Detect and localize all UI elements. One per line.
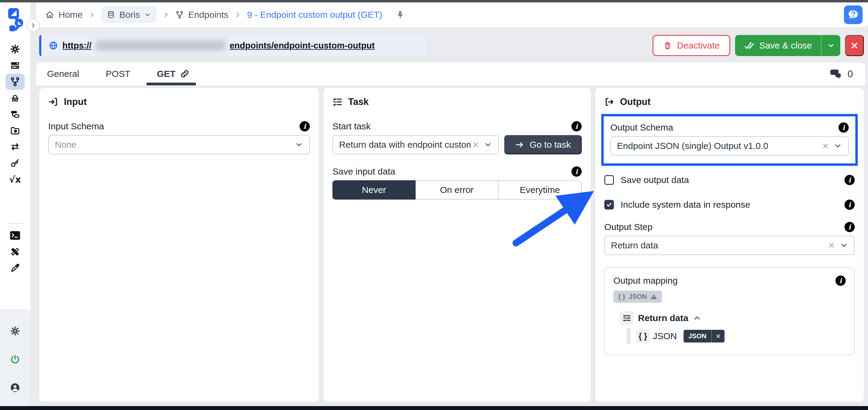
database-icon xyxy=(107,10,115,19)
output-panel: Output Output Schema i Endpoint JSON (si… xyxy=(595,88,864,402)
output-schema-label: Output Schema xyxy=(610,122,673,133)
info-icon[interactable]: i xyxy=(838,122,849,133)
task-panel-title: Task xyxy=(348,96,369,107)
branch-icon xyxy=(10,77,20,87)
sidebar-item-flows[interactable] xyxy=(5,106,25,122)
mapping-field-row: { } JSON JSON xyxy=(627,328,846,344)
mapping-field-label: JSON xyxy=(653,331,677,341)
info-icon[interactable]: i xyxy=(844,222,855,232)
comments-button[interactable]: 0 xyxy=(829,68,853,80)
sidebar-item-profile[interactable] xyxy=(5,380,25,396)
chevron-down-icon xyxy=(840,241,848,250)
save-output-label: Save output data xyxy=(621,175,689,185)
save-close-dropdown-toggle[interactable] xyxy=(821,35,840,56)
save-close-main[interactable]: Save & close xyxy=(735,35,821,56)
go-to-task-button[interactable]: Go to task xyxy=(504,135,582,154)
tab-post-label: POST xyxy=(106,69,130,79)
gear-icon xyxy=(10,326,20,336)
braces-icon: { } xyxy=(639,332,647,341)
key-icon xyxy=(10,158,20,168)
info-icon[interactable]: i xyxy=(571,167,582,177)
task-panel: Task Start task i Return data with endpo… xyxy=(323,88,591,402)
output-schema-value: Endpoint JSON (single) Output v1.0.0 xyxy=(617,141,817,151)
chip-remove-button[interactable] xyxy=(711,330,724,343)
output-schema-select[interactable]: Endpoint JSON (single) Output v1.0.0 xyxy=(610,136,849,155)
sidebar-item-endpoints[interactable] xyxy=(5,74,25,90)
sidebar-item-services[interactable] xyxy=(5,57,25,74)
breadcrumb-home[interactable]: Home xyxy=(45,10,83,20)
mapping-node-row[interactable]: Return data xyxy=(620,311,846,325)
info-icon[interactable]: i xyxy=(844,175,855,185)
mapping-chip-label: JSON xyxy=(684,330,711,343)
sidebar-item-editor[interactable] xyxy=(5,260,25,276)
pin-icon xyxy=(396,10,404,19)
info-icon[interactable]: i xyxy=(571,121,582,131)
sidebar: √x xyxy=(0,2,30,406)
input-schema-select[interactable]: None xyxy=(48,135,310,154)
segment-never[interactable]: Never xyxy=(333,180,415,200)
sidebar-bottom-section xyxy=(0,309,30,406)
chevron-right-icon xyxy=(235,11,241,18)
url-path: endpoints/endpoint-custom-output xyxy=(230,41,375,51)
segment-on-error[interactable]: On error xyxy=(415,180,499,200)
task-list-icon xyxy=(623,314,631,322)
output-mapping-title: Output mapping xyxy=(613,275,678,286)
gear-icon xyxy=(10,44,20,54)
save-close-button: Save & close xyxy=(735,35,840,56)
mapping-type-badge[interactable]: { } JSON xyxy=(613,291,662,303)
tab-get[interactable]: GET xyxy=(155,62,192,85)
sidebar-item-admin-settings[interactable] xyxy=(5,323,25,339)
arrow-right-icon xyxy=(515,140,524,149)
save-output-checkbox[interactable] xyxy=(604,175,614,185)
sitemap-icon xyxy=(10,109,20,119)
clear-icon[interactable] xyxy=(828,241,835,249)
sidebar-item-logout[interactable] xyxy=(5,351,25,368)
sqrt-icon: √x xyxy=(9,174,21,185)
comments-count: 0 xyxy=(847,68,853,80)
breadcrumb-current-page[interactable]: 9 - Endpoint custom output (GET) xyxy=(247,10,382,20)
clear-icon[interactable] xyxy=(822,142,830,150)
tab-general-label: General xyxy=(47,69,79,79)
sidebar-item-projects[interactable] xyxy=(5,122,25,139)
chevron-down-icon xyxy=(144,11,151,19)
info-icon[interactable]: i xyxy=(300,121,310,131)
sidebar-item-formulas[interactable]: √x xyxy=(5,171,25,187)
sidebar-item-design-tools[interactable] xyxy=(5,243,25,260)
app-logo[interactable] xyxy=(6,8,24,32)
help-button[interactable]: ? xyxy=(844,5,863,24)
question-glyph: ? xyxy=(851,9,856,19)
breadcrumb-endpoints-label: Endpoints xyxy=(188,10,228,20)
segment-everytime[interactable]: Everytime xyxy=(498,180,582,200)
start-task-label: Start task xyxy=(333,121,371,131)
breadcrumb-project-selector[interactable]: Boris xyxy=(101,7,157,23)
chevron-down-icon xyxy=(295,141,303,149)
url-scheme: https:// xyxy=(62,41,92,51)
sidebar-item-agents[interactable] xyxy=(5,90,25,106)
start-task-select[interactable]: Return data with endpoint custom outp xyxy=(333,135,499,154)
tab-post[interactable]: POST xyxy=(104,62,132,85)
mapping-value-chip[interactable]: JSON xyxy=(684,330,724,343)
sidebar-item-keys[interactable] xyxy=(5,155,25,171)
check-icon xyxy=(606,201,613,208)
chevron-up-icon[interactable] xyxy=(692,314,702,323)
pin-button[interactable] xyxy=(396,10,404,19)
tab-general[interactable]: General xyxy=(45,62,81,85)
sidebar-item-console[interactable] xyxy=(5,227,25,243)
chevron-right-icon xyxy=(163,11,169,18)
close-button[interactable] xyxy=(845,35,864,56)
include-system-data-checkbox[interactable] xyxy=(604,200,614,209)
breadcrumb: Home Boris Endpoints 9 - Endpoint xyxy=(45,7,404,23)
sidebar-item-settings[interactable] xyxy=(5,41,25,57)
clear-icon[interactable] xyxy=(472,141,479,149)
output-step-select[interactable]: Return data xyxy=(604,236,855,255)
save-input-segmented: Never On error Everytime xyxy=(333,180,582,200)
segment-never-label: Never xyxy=(362,185,386,195)
user-icon xyxy=(10,382,21,393)
sidebar-expand-button[interactable] xyxy=(27,19,40,32)
info-icon[interactable]: i xyxy=(835,275,846,286)
endpoint-url-bar[interactable]: https:// endpoints/endpoint-custom-outpu… xyxy=(39,35,427,56)
info-icon[interactable]: i xyxy=(844,200,855,210)
breadcrumb-endpoints[interactable]: Endpoints xyxy=(176,10,228,20)
sidebar-item-transfers[interactable] xyxy=(5,139,25,155)
deactivate-button[interactable]: Deactivate xyxy=(652,35,730,56)
